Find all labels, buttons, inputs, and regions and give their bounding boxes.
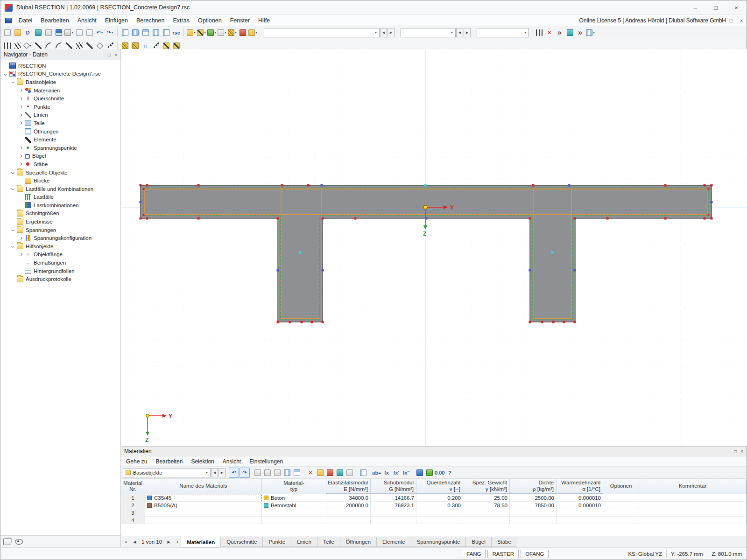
alpha-cell[interactable] xyxy=(557,509,603,517)
expander-icon[interactable] xyxy=(18,88,24,93)
tab-spannungspunkte[interactable]: Spannungspunkte xyxy=(411,537,466,547)
rsc-export-button[interactable]: rsc xyxy=(171,28,181,38)
redo-button[interactable]: ↷▾ xyxy=(105,28,115,38)
dichte-cell[interactable]: 2500.00 xyxy=(510,494,557,502)
kommentar-cell[interactable] xyxy=(639,509,747,517)
table-help-button[interactable]: ? xyxy=(445,468,454,477)
tree-item-ausdruckprotokolle[interactable]: Ausdruckprotokolle xyxy=(0,275,120,283)
expander-icon[interactable] xyxy=(18,145,24,151)
new-model-button[interactable] xyxy=(2,28,12,38)
table-next-button[interactable]: ▶ xyxy=(218,468,226,477)
table-prev-button[interactable]: ◀ xyxy=(211,468,218,477)
tree-item-rsection[interactable]: RSECTION xyxy=(0,62,120,70)
float-table-icon[interactable]: □ xyxy=(734,449,737,454)
material-typ-cell[interactable] xyxy=(262,509,326,517)
tree-item-objektfaenge[interactable]: Objektfänge xyxy=(0,251,120,259)
undo-button[interactable]: ↶▾ xyxy=(95,28,105,38)
material-name-cell[interactable] xyxy=(145,517,262,524)
col-querdehnzahl[interactable]: Querdehnzahlν [--] xyxy=(416,479,463,494)
optionen-cell[interactable] xyxy=(603,494,639,502)
first-table-button[interactable]: ⇤ xyxy=(123,538,131,546)
more-tools-button[interactable]: » xyxy=(555,28,564,38)
close-button[interactable]: × xyxy=(726,0,747,14)
view-single-button[interactable] xyxy=(120,28,130,38)
dichte-cell[interactable]: 7850.00 xyxy=(510,502,557,509)
expander-icon[interactable] xyxy=(18,120,24,126)
visibility-combo[interactable]: ▾ xyxy=(264,28,380,37)
menu-einfuegen[interactable]: Einfügen xyxy=(101,16,132,25)
tree-item-lastkombinationen[interactable]: Lastkombinationen xyxy=(0,201,120,210)
float-panel-icon[interactable]: □ xyxy=(108,52,111,57)
expander-icon[interactable] xyxy=(10,170,16,175)
display-navigator-icon[interactable] xyxy=(15,539,23,545)
tree-item-hilfsobjekte[interactable]: Hilfsobjekte xyxy=(0,242,120,251)
tab-linien[interactable]: Linien xyxy=(291,537,317,547)
new-object-button[interactable]: ▾ xyxy=(186,28,196,38)
formula-all-button[interactable]: fx" xyxy=(402,468,411,477)
new-row-button[interactable] xyxy=(253,468,262,477)
delete-results-button[interactable]: × xyxy=(544,28,554,38)
expander-icon[interactable] xyxy=(10,227,16,233)
view-split-button[interactable] xyxy=(130,28,140,38)
alpha-cell[interactable] xyxy=(557,517,603,524)
filter-button[interactable] xyxy=(335,468,345,477)
tree-item-buegel[interactable]: Bügel xyxy=(0,152,120,161)
expander-icon[interactable] xyxy=(10,244,16,249)
tree-item-oeffnungen[interactable]: Öffnungen xyxy=(0,127,120,136)
zoom-combo[interactable]: ▾ xyxy=(477,28,529,37)
save-button[interactable] xyxy=(54,28,63,38)
tab-teile[interactable]: Teile xyxy=(317,537,340,547)
tab-querschnitte[interactable]: Querschnitte xyxy=(220,537,263,547)
minimize-button[interactable]: – xyxy=(685,0,705,14)
material-typ-cell[interactable]: Betonstahl xyxy=(262,502,326,509)
next-table-button[interactable]: ▶ xyxy=(165,538,173,546)
menu-bearbeiten[interactable]: Bearbeiten xyxy=(36,16,73,25)
export-button[interactable] xyxy=(74,28,84,38)
copy-row-button[interactable] xyxy=(263,468,272,477)
alpha-cell[interactable]: 0.000010 xyxy=(557,502,603,509)
tree-item-schnittgroessen[interactable]: Schnittgrößen xyxy=(0,210,120,218)
alpha-cell[interactable]: 0.000010 xyxy=(557,494,603,502)
tree-item-bemassungen[interactable]: Bemaßungen xyxy=(0,259,120,267)
open-model-button[interactable] xyxy=(13,28,22,38)
library-button[interactable] xyxy=(415,468,424,477)
table-group-combo[interactable]: Basisobjekte▾ xyxy=(123,468,211,477)
format-brush-button[interactable]: ▾ xyxy=(227,28,237,38)
find-replace-button[interactable]: ab= xyxy=(372,468,381,477)
tab-materialien[interactable]: Materialien xyxy=(181,536,221,547)
col-material-nr[interactable]: MaterialNr. xyxy=(121,479,145,494)
fullscreen-table-button[interactable] xyxy=(359,468,368,477)
schubmodul-cell[interactable] xyxy=(371,509,416,517)
querdehnzahl-cell[interactable] xyxy=(416,517,463,524)
close-table-icon[interactable]: × xyxy=(740,449,743,454)
col-name[interactable]: Name des Materials xyxy=(145,479,262,494)
schubmodul-cell[interactable]: 76923.1 xyxy=(371,502,416,509)
delete-cell-button[interactable]: × xyxy=(306,468,315,477)
combo-next-button[interactable]: ▶ xyxy=(388,28,395,37)
schubmodul-cell[interactable] xyxy=(371,517,416,524)
col-typ[interactable]: Material-typ xyxy=(262,479,326,494)
material-name-cell[interactable]: B500S(A) xyxy=(145,502,262,509)
table-row[interactable]: 3 xyxy=(121,509,747,517)
expander-icon[interactable] xyxy=(10,186,16,192)
view-columns-button[interactable] xyxy=(151,28,161,38)
dichte-cell[interactable] xyxy=(510,509,557,517)
export-row-button[interactable] xyxy=(325,468,335,477)
close-panel-icon[interactable]: × xyxy=(114,52,117,57)
col-kommentar[interactable]: Kommentar xyxy=(639,479,747,494)
menu-hilfe[interactable]: Hilfe xyxy=(254,16,274,25)
object-snap-toggle[interactable]: OFANG xyxy=(521,550,549,558)
float-doc-icon[interactable]: □ xyxy=(726,18,736,23)
snap-toggle[interactable]: FANG xyxy=(462,550,486,558)
material-typ-cell[interactable] xyxy=(262,517,326,524)
querdehnzahl-cell[interactable]: 0.200 xyxy=(416,494,463,502)
col-optionen[interactable]: Optionen xyxy=(603,479,639,494)
expand-table-button[interactable] xyxy=(292,468,302,477)
edit-mode-button[interactable]: ↶ xyxy=(229,468,239,478)
gewicht-cell[interactable] xyxy=(463,509,510,517)
tree-item-querschnitte[interactable]: Querschnitte xyxy=(0,94,120,103)
select-box-button[interactable]: ▾ xyxy=(217,28,227,38)
expander-icon[interactable] xyxy=(18,112,24,118)
clipboard-button[interactable] xyxy=(43,28,53,38)
last-table-button[interactable]: ⇥ xyxy=(173,538,181,546)
